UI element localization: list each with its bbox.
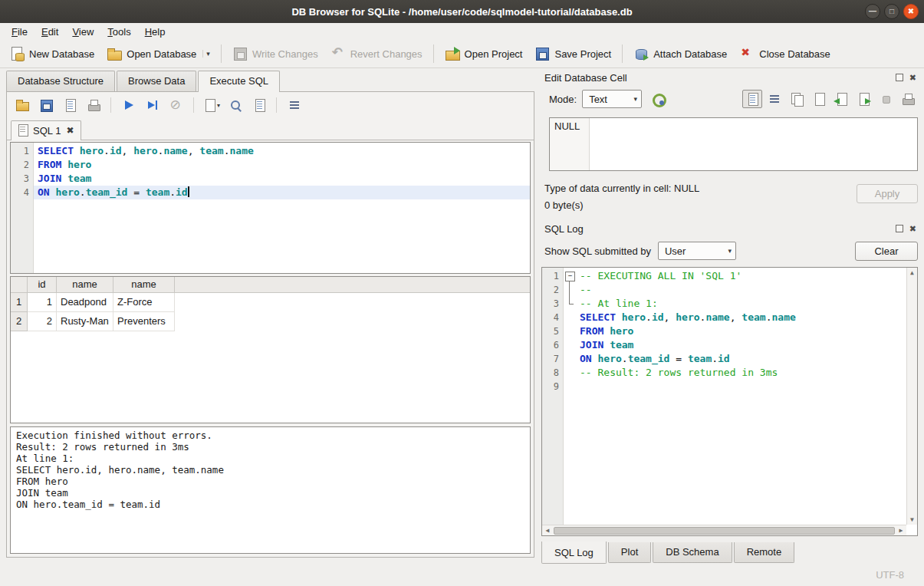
close-database-button[interactable]: Close Database [733,43,837,64]
query-tab-sql-1[interactable]: SQL 1 ✖ [11,120,81,140]
float-dock-icon[interactable] [896,74,903,81]
sql-editor[interactable]: 1234 SELECT hero.id, hero.name, team.nam… [10,142,531,274]
vertical-scrollbar[interactable]: ▲ ▼ [906,268,917,525]
new-query-tab-button[interactable]: ▾ [201,96,222,115]
table-cell[interactable]: 1 [28,293,57,312]
save-project-button[interactable]: Save Project [528,43,617,64]
table-cell[interactable]: 2 [28,312,57,331]
new-database-button[interactable]: New Database [3,43,100,64]
bottom-tab-db-schema[interactable]: DB Schema [653,542,732,563]
minimize-button[interactable]: — [865,4,880,19]
bottom-tab-plot[interactable]: Plot [608,542,651,563]
row-header[interactable]: 2 [11,312,28,331]
submitter-select[interactable]: User ▾ [658,242,736,260]
close-window-button[interactable]: ✖ [903,4,919,19]
main-tabbar: Database StructureBrowse DataExecute SQL [6,68,538,91]
row-filler [175,312,530,331]
attach-database-icon [633,46,649,61]
float-dock-icon[interactable] [896,225,903,232]
apply-button: Apply [857,184,918,203]
find-button[interactable] [225,96,245,115]
tab-browse-data[interactable]: Browse Data [117,71,196,91]
document-icon [18,124,28,137]
print-cell-button[interactable] [898,90,918,108]
sql-log-title: SQL Log [544,223,584,235]
replace-button[interactable] [248,96,269,115]
table-cell[interactable]: Preventers [113,312,175,331]
table-corner[interactable] [11,277,28,293]
export-cell-button[interactable] [853,90,873,108]
clear-log-button[interactable]: Clear [855,242,918,261]
menu-edit[interactable]: Edit [35,25,65,39]
table-cell[interactable]: Rusty-Man [57,312,113,331]
word-wrap-button[interactable] [765,90,784,108]
open-sql-file-button[interactable] [12,96,32,115]
auto-detect-button[interactable] [647,90,668,109]
maximize-button[interactable]: □ [884,4,899,19]
mode-label: Mode: [549,94,577,105]
log-line: -- Result: 2 rows returned in 3ms [576,366,917,380]
sql-log-filter-row: Show SQL submitted by User ▾ Clear [541,238,918,264]
open-database-button[interactable]: Open Database▾ [100,43,216,64]
log-code-area: -- EXECUTING ALL IN 'SQL 1'---- At line … [576,268,917,535]
export-sql-button[interactable] [59,96,80,115]
copy-cell-button[interactable] [787,90,807,108]
bottom-tab-remote[interactable]: Remote [734,542,795,563]
query-tab-label: SQL 1 [33,125,61,137]
line-number: 2 [542,283,559,297]
table-row: 11DeadpondZ-Force [11,293,530,312]
save-sql-file-button[interactable] [35,96,56,115]
menu-help[interactable]: Help [138,25,173,39]
chevron-down-icon[interactable]: ▾ [202,50,210,58]
close-dock-icon[interactable]: ✖ [909,74,916,81]
menu-view[interactable]: View [65,25,100,39]
horizontal-scrollbar[interactable]: ◀ ▶ [542,525,906,535]
row-header[interactable]: 1 [11,293,28,312]
edit-cell-dock-header: Edit Database Cell ✖ [541,68,918,87]
format-sql-button[interactable] [284,96,304,115]
menubar: FileEditViewToolsHelp [0,23,924,40]
scrollbar-thumb[interactable] [554,527,895,535]
log-line: JOIN team [576,338,917,352]
attach-database-button[interactable]: Attach Database [627,43,733,64]
search-icon [229,98,242,112]
toolbar-separator [622,44,623,63]
save-cell-button[interactable] [809,90,829,108]
close-dock-icon[interactable]: ✖ [909,225,916,232]
cell-value-editor[interactable]: NULL [549,117,918,171]
submitter-value: User [665,245,686,257]
execute-line-button[interactable] [142,96,163,115]
table-cell[interactable]: Deadpond [57,293,113,312]
fold-space [564,380,576,393]
menu-file[interactable]: File [5,25,35,39]
tab-execute-sql[interactable]: Execute SQL [198,71,280,92]
bottom-tab-sql-log[interactable]: SQL Log [541,542,607,564]
fold-space [564,324,576,338]
menu-tools[interactable]: Tools [100,25,137,39]
scroll-up-icon[interactable]: ▲ [907,269,918,276]
main-area: Database StructureBrowse DataExecute SQL… [0,68,924,565]
scroll-right-icon[interactable]: ▶ [896,527,906,534]
execute-all-button[interactable] [118,96,139,115]
toolbar-separator [276,97,277,113]
close-tab-icon[interactable]: ✖ [65,125,74,136]
log-line: SELECT hero.id, hero.name, team.name [576,311,917,324]
print-sql-button[interactable] [83,96,104,115]
fold-marker[interactable] [564,269,576,283]
scroll-left-icon[interactable]: ◀ [542,527,553,534]
tab-database-structure[interactable]: Database Structure [6,71,115,91]
open-project-button[interactable]: Open Project [439,43,529,64]
import-cell-button[interactable] [831,90,851,108]
column-header-name-1[interactable]: name [57,277,113,293]
scroll-down-icon[interactable]: ▼ [907,516,918,523]
column-header-id-0[interactable]: id [28,277,57,293]
save-cell-icon [812,92,826,106]
editor-code-area[interactable]: SELECT hero.id, hero.name, team.nameFROM… [34,143,530,273]
log-gutter: 123456789 [542,268,564,535]
open-file-icon [15,98,29,112]
column-header-name-2[interactable]: name [113,277,175,293]
import-icon [834,92,848,106]
table-cell[interactable]: Z-Force [113,293,175,312]
text-mode-button[interactable] [742,90,762,108]
mode-select[interactable]: Text ▾ [582,90,642,108]
